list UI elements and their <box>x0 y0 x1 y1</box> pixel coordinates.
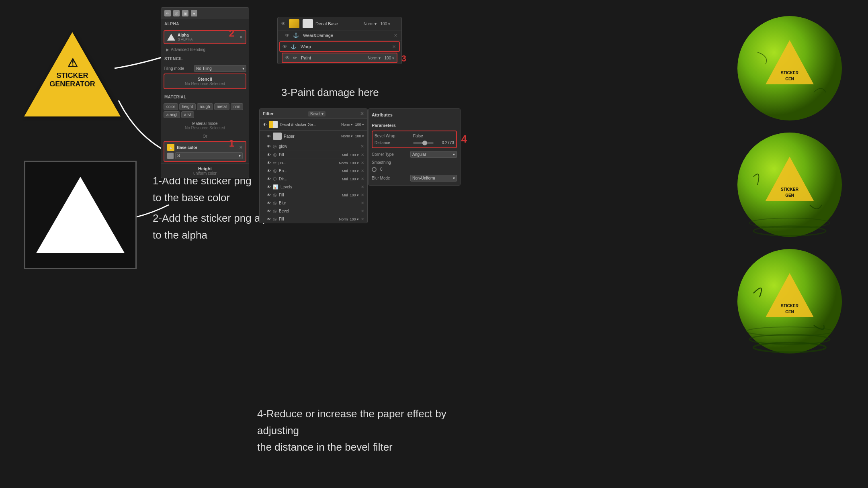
smoothing-slider-row: 0 <box>372 166 457 174</box>
green-ball-middle: STICKER GEN <box>733 129 846 241</box>
alpha-close[interactable]: ✕ <box>239 35 243 40</box>
chip-color[interactable]: color <box>164 103 178 110</box>
step-number-3: 3 <box>401 53 406 64</box>
fill-sphere-icon: ◎ <box>273 152 277 157</box>
corner-type-dropdown[interactable]: Angular ▾ <box>410 151 457 158</box>
parameters-title: Parameters <box>372 122 457 129</box>
chip-alvl[interactable]: a lvl <box>181 111 194 118</box>
alpha-item-label: Alpha S ALPHA <box>178 33 237 41</box>
layer-ref-icon <box>269 121 278 128</box>
filter-type-dropdown[interactable]: Bevel ▾ <box>308 111 326 116</box>
stencil-resource-box: Stencil No Resource Selected <box>164 74 246 89</box>
glow-row: 👁 ◎ glow ✕ <box>260 142 367 151</box>
base-color-icon: ▲ <box>167 144 174 151</box>
glow-close[interactable]: ✕ <box>360 144 364 149</box>
material-chips: color height rough metal nrm a angl a lv… <box>164 103 246 118</box>
material-section: color height rough metal nrm a angl a lv… <box>161 102 249 133</box>
svg-text:STICKER: STICKER <box>781 71 799 75</box>
svg-text:GEN: GEN <box>785 193 794 198</box>
paper-blend[interactable]: Norm ▾ <box>341 134 353 138</box>
pencil-icon[interactable]: ✏ <box>164 10 171 16</box>
blur-row: 👁 ◎ Blur ✕ <box>260 199 367 207</box>
logo-text: ⚠ STICKER GENERATOR <box>36 56 108 89</box>
paint-blend[interactable]: Norm ▾ <box>368 56 381 60</box>
pa-pencil-icon: ✏ <box>273 160 276 165</box>
green-ball-top: STICKER GEN <box>733 12 846 125</box>
slider-thumb[interactable] <box>422 141 427 145</box>
layers-panel: 👁 Decal Base Norm ▾ 100 ▾ 👁 ⚓ Wear&Damag… <box>277 17 402 64</box>
layer-ref-eye[interactable]: 👁 <box>263 123 267 127</box>
chip-rough[interactable]: rough <box>197 103 213 110</box>
chip-aangl[interactable]: a angl <box>164 111 180 118</box>
material-section-title: MATERIAL <box>161 92 249 102</box>
panel-toolbar: ✏ ◎ ▣ ● <box>161 8 249 19</box>
paint-damage-text: 3-Paint damage here <box>281 86 379 99</box>
sphere-icon[interactable]: ◎ <box>173 10 180 16</box>
chip-height[interactable]: height <box>179 103 196 110</box>
paint-eye-icon[interactable]: 👁 <box>285 55 291 61</box>
or-divider: Or <box>161 133 249 139</box>
bevel-wrap-container: Bevel Wrap False Distance 0.2773 4 <box>372 131 457 148</box>
paper-layer-row: 👁 Paper Norm ▾ 100 ▾ <box>260 131 367 142</box>
smoothing-row: Smoothing <box>372 159 457 166</box>
fill-mul-100-1: 👁 ◎ Fill Mul 100 ▾ ✕ <box>260 151 367 159</box>
glow-sphere-icon: ◎ <box>273 144 277 149</box>
wear-eye-icon[interactable]: 👁 <box>285 33 291 38</box>
square-icon[interactable]: ▣ <box>182 10 188 16</box>
glow-eye[interactable]: 👁 <box>267 144 271 149</box>
warp-close[interactable]: ✕ <box>391 44 397 49</box>
filter-layer-ref: 👁 Decal & sticker Ge... Norm ▾ 100 ▾ <box>260 119 367 131</box>
decal-icon <box>289 19 299 28</box>
corner-type-row: Corner Type Angular ▾ <box>372 150 457 159</box>
layer-decal-base[interactable]: 👁 Decal Base Norm ▾ 100 ▾ <box>278 17 401 31</box>
bevel-row: 👁 ◎ Bevel ✕ <box>260 207 367 215</box>
svg-text:STICKER: STICKER <box>781 304 799 308</box>
layer-warp[interactable]: 👁 ⚓ Warp ✕ <box>279 41 400 52</box>
base-color-close[interactable]: ✕ <box>239 145 243 150</box>
advanced-blending-row[interactable]: ▶Advanced Blending <box>161 46 249 54</box>
alpha-triangle-icon <box>167 34 175 41</box>
tiling-mode-row: Tiling mode No Tiling ▾ <box>164 65 246 72</box>
eye-icon[interactable]: 👁 <box>281 21 287 27</box>
dir-icon: ⬡ <box>273 176 277 182</box>
distance-row: Distance 0.2773 <box>375 139 454 146</box>
green-ball-bottom: STICKER GEN <box>733 245 846 357</box>
anchor-icon: ⚓ <box>293 33 299 38</box>
height-section: Height uniform color <box>161 163 249 178</box>
decal-value: 100 ▾ <box>379 22 390 26</box>
step-number-2: 2 <box>229 28 234 39</box>
filter-panel: Filter Bevel ▾ ✕ 👁 Decal & sticker Ge...… <box>259 108 368 223</box>
svg-text:STICKER: STICKER <box>781 187 799 192</box>
circle-icon[interactable]: ● <box>191 10 197 16</box>
paper-name: Paper <box>284 134 339 139</box>
layer-ref-name: Decal & sticker Ge... <box>280 123 339 127</box>
paper-eye[interactable]: 👁 <box>267 134 271 139</box>
brush-icon: ✏ <box>293 55 297 61</box>
blur-mode-dropdown[interactable]: Non-Uniform ▾ <box>410 175 457 182</box>
step-number-4: 4 <box>461 133 467 145</box>
paint-value: 100 ▾ <box>383 56 394 60</box>
attributes-panel: Attributes Parameters Bevel Wrap False D… <box>368 108 461 186</box>
bevel-wrap-row: Bevel Wrap False <box>375 133 454 139</box>
svg-text:GEN: GEN <box>785 310 794 314</box>
warp-eye-icon[interactable]: 👁 <box>283 44 288 49</box>
white-triangle <box>36 177 125 253</box>
layer-paint[interactable]: 👁 ✏ Paint Norm ▾ 100 ▾ 3 <box>282 53 397 63</box>
smoothing-knob[interactable] <box>372 167 377 172</box>
layer-wear-damage[interactable]: 👁 ⚓ Wear&Damage ✕ <box>278 31 401 41</box>
decal-blend[interactable]: Norm ▾ <box>364 22 377 26</box>
chip-metal[interactable]: metal <box>214 103 229 110</box>
base-color-box: 1 ▲ Base color ✕ S ▾ <box>164 141 246 162</box>
chip-nrm[interactable]: nrm <box>231 103 243 110</box>
layer-ref-blend[interactable]: Norm ▾ <box>341 123 353 127</box>
color-swatch[interactable] <box>167 153 174 159</box>
fill2-sphere-icon: ◎ <box>273 192 277 198</box>
base-color-dropdown[interactable]: S ▾ <box>175 152 243 159</box>
filter-close[interactable]: ✕ <box>360 111 364 116</box>
glow-name: glow <box>279 144 358 149</box>
distance-slider[interactable] <box>413 142 434 144</box>
paper-icon <box>273 133 282 140</box>
wear-close[interactable]: ✕ <box>393 33 398 38</box>
bn-icon: ◎ <box>273 168 277 174</box>
tiling-dropdown[interactable]: No Tiling ▾ <box>194 65 246 72</box>
